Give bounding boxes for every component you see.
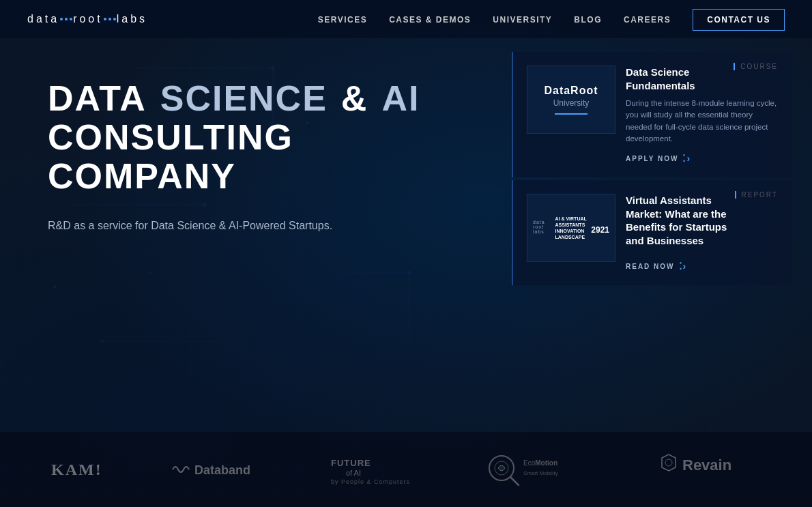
hero-title: DATA SCIENCE & AI CONSULTING COMPANY	[48, 79, 464, 197]
svg-line-24	[510, 477, 519, 485]
svg-marker-27	[662, 454, 676, 471]
partner-kam: KAM!	[51, 457, 119, 482]
partner-ecomotion: EcoMotion Smart Mobility	[481, 449, 604, 490]
course-apply-button[interactable]: APPLY NOW	[626, 153, 691, 164]
svg-text:KAM!: KAM!	[51, 461, 102, 478]
logo-word-labs: labs	[117, 13, 147, 25]
dot-3	[70, 18, 72, 20]
partner-future-ai: FUTURE of AI by People & Computers	[324, 452, 433, 487]
thumb-line	[555, 113, 587, 115]
hero-subtitle: R&D as a service for Data Science & AI-P…	[48, 217, 334, 235]
navigation: data root labs SERVICES CASES & DEMOS UN…	[0, 0, 812, 38]
hero-word-ampersand: &	[341, 79, 368, 118]
hero-title-line3: COMPANY	[48, 157, 464, 196]
course-thumbnail: DataRoot University	[527, 66, 615, 134]
svg-text:Smart Mobility: Smart Mobility	[523, 470, 558, 476]
dot-5	[108, 18, 111, 20]
thumb-subtitle-1: University	[544, 98, 598, 108]
nav-links: SERVICES CASES & DEMOS UNIVERSITY BLOG C…	[318, 13, 785, 25]
nav-careers[interactable]: CAREERS	[624, 15, 671, 25]
report-card: REPORT data root labs AI & VIRTUAL ASSIS…	[512, 180, 792, 285]
partner-revain: Revain	[652, 452, 761, 487]
partner-databand: Databand	[167, 457, 276, 482]
nav-services[interactable]: SERVICES	[318, 15, 367, 25]
dot-2	[65, 18, 68, 20]
course-card-row: DataRoot University Data Science Fundame…	[527, 66, 778, 164]
report-read-button[interactable]: READ NOW	[626, 261, 687, 272]
hero-word-ai: AI	[381, 79, 420, 118]
thumb-report-year: 2921	[591, 225, 609, 235]
logo-dots-1	[60, 18, 72, 20]
report-thumbnail: data root labs AI & VIRTUAL ASSISTANTS I…	[527, 194, 615, 262]
partners-bar: KAM! Databand FUTURE of AI by People & C…	[0, 432, 812, 507]
hero-title-line2: CONSULTING	[48, 118, 464, 157]
nav-blog[interactable]: BLOG	[574, 15, 602, 25]
logo[interactable]: data root labs	[27, 13, 147, 25]
hero-title-line1: DATA SCIENCE & AI	[48, 79, 464, 118]
contact-button[interactable]: CONTACT US	[693, 9, 785, 31]
dot-6	[113, 18, 116, 20]
logo-dots-2	[104, 18, 116, 20]
svg-text:Revain: Revain	[682, 457, 731, 474]
nav-cases[interactable]: CASES & DEMOS	[389, 15, 471, 25]
hero-text: DATA SCIENCE & AI CONSULTING COMPANY R&D…	[48, 79, 464, 234]
report-card-title: Virtual Assistants Market: What are the …	[626, 194, 778, 247]
report-card-text: Virtual Assistants Market: What are the …	[626, 194, 778, 272]
svg-text:of AI: of AI	[346, 469, 361, 477]
logo-word-data: data	[27, 13, 59, 25]
kam-logo-text: KAM!	[51, 457, 119, 482]
course-card-desc: During the intense 8-module learning cyc…	[626, 98, 778, 145]
thumb-title-1: DataRoot	[544, 85, 598, 97]
nav-university[interactable]: UNIVERSITY	[493, 15, 552, 25]
report-card-label: REPORT	[735, 191, 779, 199]
svg-text:by People & Computers: by People & Computers	[331, 478, 410, 485]
thumb-report-title: AI & VIRTUAL ASSISTANTS INNOVATION LANDS…	[555, 216, 592, 240]
svg-text:EcoMotion: EcoMotion	[523, 459, 557, 467]
thumb-report-header: data root labs	[533, 220, 555, 234]
dot-4	[104, 18, 106, 20]
course-card: COURSE DataRoot University Data Science …	[512, 52, 792, 177]
thumb-content: DataRoot University	[544, 85, 598, 115]
svg-text:FUTURE: FUTURE	[331, 458, 371, 468]
hero-word-science: SCIENCE	[160, 79, 328, 118]
svg-point-28	[665, 459, 672, 466]
dot-1	[60, 18, 63, 20]
course-card-text: Data Science Fundamentals During the int…	[626, 66, 778, 164]
svg-text:Databand: Databand	[194, 463, 250, 477]
report-card-row: data root labs AI & VIRTUAL ASSISTANTS I…	[527, 194, 778, 272]
logo-word-root: root	[73, 13, 103, 25]
hero-word-data: DATA	[48, 79, 147, 118]
course-card-label: COURSE	[734, 63, 778, 70]
